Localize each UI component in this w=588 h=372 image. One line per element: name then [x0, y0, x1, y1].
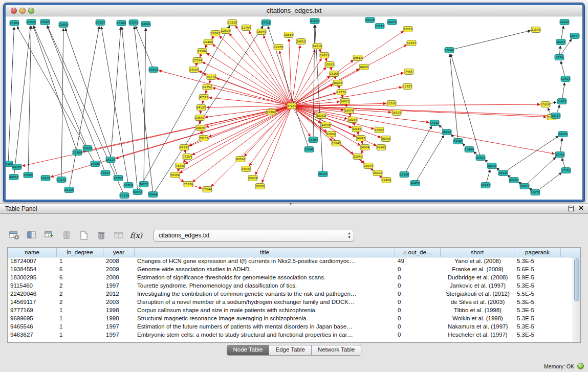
graph-node[interactable]: 16253: [114, 176, 123, 181]
graph-node[interactable]: 18130: [120, 193, 129, 199]
graph-node[interactable]: 16125: [106, 157, 115, 163]
graph-node[interactable]: 9274: [555, 55, 564, 60]
graph-node[interactable]: 18085: [520, 184, 529, 189]
graph-node[interactable]: 16036: [333, 80, 342, 86]
graph-node[interactable]: 76755: [139, 182, 148, 187]
cell-name[interactable]: 9699695: [8, 315, 57, 323]
table-row[interactable]: 946362711997Embryonic stem cells: a mode…: [8, 331, 573, 339]
cell-title[interactable]: Disruption of a novel member of a sodium…: [135, 298, 395, 307]
graph-node[interactable]: 73133: [199, 136, 208, 141]
cell-in_degree[interactable]: 6: [57, 266, 103, 274]
graph-node[interactable]: 12310: [555, 152, 564, 158]
graph-node[interactable]: 18228: [228, 20, 237, 26]
graph-node[interactable]: 20356: [12, 164, 21, 170]
graph-node[interactable]: 76154: [170, 172, 180, 178]
graph-node[interactable]: 18185: [117, 20, 126, 26]
cell-out_degree[interactable]: 0: [395, 331, 441, 339]
cell-title[interactable]: Changes of HCN gene expression and I(f) …: [135, 257, 395, 266]
table-row[interactable]: 911546021997Tourette syndrome. Phenomeno…: [8, 282, 573, 290]
cell-name[interactable]: 9115460: [8, 282, 57, 290]
graph-node[interactable]: 25260: [73, 150, 82, 156]
graph-node[interactable]: 28219: [387, 19, 397, 25]
cell-out_degree[interactable]: 0: [395, 274, 441, 282]
tab-edge-table[interactable]: Edge Table: [269, 345, 311, 355]
graph-node[interactable]: 20663: [9, 174, 18, 180]
cell-pagerank[interactable]: 5.6E-5: [514, 266, 561, 274]
cell-year[interactable]: 2008: [103, 257, 135, 266]
graph-node[interactable]: 98450: [410, 181, 420, 186]
graph-node[interactable]: 90778: [207, 74, 216, 80]
cell-name[interactable]: 14569117: [8, 298, 57, 307]
graph-node[interactable]: 18957: [375, 127, 384, 133]
graph-node[interactable]: 18135: [365, 17, 375, 23]
graph-node[interactable]: 15034: [248, 176, 257, 181]
column-header-pagerank[interactable]: pagerank: [514, 248, 561, 257]
graph-node[interactable]: 16162: [316, 113, 325, 119]
tab-network-table[interactable]: Network Table: [312, 345, 361, 355]
graph-node[interactable]: 17771: [337, 90, 346, 95]
graph-node[interactable]: 12456: [382, 178, 391, 183]
graph-node[interactable]: 14529: [558, 132, 568, 137]
float-panel-icon[interactable]: [568, 206, 574, 211]
graph-node[interactable]: 16916: [356, 136, 365, 141]
graph-node[interactable]: 7485: [404, 69, 413, 75]
graph-node[interactable]: 18099: [442, 129, 451, 135]
cell-short[interactable]: Wolkin et al. (1998): [441, 315, 514, 323]
graph-node[interactable]: 18902: [476, 155, 485, 161]
graph-node[interactable]: 23580: [195, 115, 204, 121]
graph-node[interactable]: 10717: [551, 113, 560, 119]
graph-node[interactable]: 13216: [352, 126, 361, 132]
graph-node[interactable]: 12213: [403, 27, 412, 32]
graph-node[interactable]: 17240: [287, 103, 296, 109]
graph-node[interactable]: 16044: [364, 163, 373, 169]
graph-node[interactable]: 15493: [373, 170, 382, 176]
cell-short[interactable]: Tibbo et al. (1998): [441, 307, 514, 315]
graph-node[interactable]: 20643: [27, 19, 36, 25]
cell-name[interactable]: 18300295: [8, 274, 57, 282]
column-header-short[interactable]: short: [441, 248, 514, 257]
graph-node[interactable]: 22608: [221, 28, 230, 34]
graph-node[interactable]: 16265: [330, 71, 339, 77]
graph-node[interactable]: 17513: [375, 24, 384, 29]
graph-node[interactable]: 16157: [96, 20, 105, 26]
cell-year[interactable]: 2008: [103, 274, 135, 282]
cell-name[interactable]: 9463627: [8, 331, 57, 339]
graph-node[interactable]: 22893: [211, 31, 220, 36]
cell-in_degree[interactable]: 1: [57, 331, 103, 339]
graph-node[interactable]: 20153: [149, 67, 158, 73]
cell-in_degree[interactable]: 1: [57, 323, 103, 331]
graph-node[interactable]: 18936: [196, 125, 205, 131]
cell-pagerank[interactable]: 5.3E-5: [514, 307, 561, 315]
cell-in_degree[interactable]: 2: [57, 290, 103, 298]
graph-node[interactable]: 75254: [183, 154, 192, 160]
cell-out_degree[interactable]: 0: [395, 266, 441, 274]
graph-node[interactable]: 22040: [353, 154, 362, 160]
graph-node[interactable]: 18164: [348, 117, 357, 123]
graph-node[interactable]: 81830: [310, 18, 319, 24]
table-row[interactable]: 946554611997Estimation of the future num…: [8, 323, 573, 331]
column-header-year[interactable]: year: [103, 248, 135, 257]
graph-node[interactable]: 26160: [10, 20, 19, 26]
graph-node[interactable]: 10674: [344, 108, 354, 114]
graph-node[interactable]: 18616: [284, 32, 293, 38]
graph-node[interactable]: 22885: [59, 22, 68, 28]
table-row[interactable]: 2242004622012Investigating the contribut…: [8, 290, 573, 298]
graph-node[interactable]: 12106: [387, 101, 396, 106]
graph-node[interactable]: 27514: [193, 58, 202, 63]
graph-node[interactable]: 75139: [184, 182, 193, 187]
graph-node[interactable]: 19437: [570, 33, 579, 39]
cell-name[interactable]: 9777169: [8, 307, 57, 315]
graph-node[interactable]: 18100: [41, 176, 50, 181]
delete-column-button[interactable]: [94, 229, 108, 242]
graph-node[interactable]: 18125: [6, 161, 13, 167]
cell-year[interactable]: 1998: [103, 315, 135, 323]
table-row[interactable]: 1456911722003Disruption of a novel membe…: [8, 298, 573, 307]
graph-node[interactable]: 16944: [498, 170, 508, 176]
cell-short[interactable]: Franke et al. (2009): [441, 266, 514, 274]
graph-node[interactable]: 69610: [313, 43, 322, 49]
merge-tables-button[interactable]: [59, 229, 74, 242]
cell-year[interactable]: 1997: [103, 323, 135, 331]
cell-year[interactable]: 1997: [103, 282, 135, 290]
table-row[interactable]: 1938455462009Genome-wide association stu…: [8, 266, 573, 274]
cell-year[interactable]: 1998: [103, 307, 135, 315]
